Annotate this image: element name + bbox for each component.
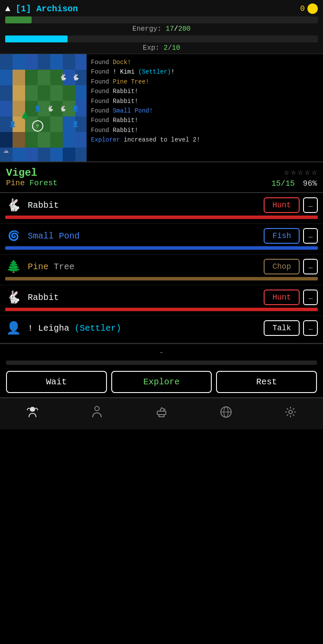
items-list: 🐇 Rabbit Hunt … 🌀 Small Pond Fish … bbox=[0, 193, 323, 343]
item-name-pond: Small Pond bbox=[28, 231, 80, 241]
item-bar-fill-2 bbox=[5, 308, 318, 311]
prog-current: 15 bbox=[271, 179, 281, 188]
svg-rect-45 bbox=[38, 148, 50, 161]
header-section: ▲ [1] Archison 0 Energy: 17/200 Exp: 2/1… bbox=[0, 0, 323, 54]
more-button-2[interactable]: … bbox=[303, 290, 318, 305]
more-button-1[interactable]: … bbox=[303, 197, 318, 213]
bottom-bar-bg bbox=[6, 361, 317, 365]
nav-settings[interactable] bbox=[280, 403, 301, 425]
player-name: Archison bbox=[36, 4, 78, 14]
fish-button[interactable]: Fish bbox=[264, 228, 300, 244]
log-line-5: Found Rabbit! bbox=[91, 97, 319, 106]
zone-pine: Pine bbox=[6, 179, 25, 187]
svg-text:🐇: 🐇 bbox=[59, 105, 67, 112]
star-3: ☆ bbox=[298, 167, 303, 177]
svg-rect-63 bbox=[159, 415, 164, 417]
nav-person[interactable] bbox=[86, 403, 108, 425]
energy-bar-fill bbox=[5, 16, 32, 23]
item-left-rabbit-2: 🐇 Rabbit bbox=[5, 290, 59, 305]
log-line-4: Found Rabbit! bbox=[91, 87, 319, 96]
energy-max: 200 bbox=[178, 25, 191, 33]
svg-text:🌲: 🌲 bbox=[21, 112, 29, 120]
svg-rect-17 bbox=[38, 85, 50, 101]
exp-current: 2 bbox=[164, 44, 168, 52]
log-line-3: Found Pine Tree! bbox=[91, 77, 319, 87]
nav-anvil[interactable] bbox=[151, 403, 172, 425]
log-line-1: Found Dock! bbox=[91, 58, 319, 67]
svg-text:👤: 👤 bbox=[9, 120, 16, 128]
log-line-8: Found Rabbit! bbox=[91, 126, 319, 135]
hunt-button-1[interactable]: Hunt bbox=[264, 197, 300, 213]
svg-rect-9 bbox=[25, 70, 38, 85]
collapse-arrow[interactable]: ▲ bbox=[5, 4, 10, 14]
bottom-buttons: Wait Explore Rest bbox=[6, 371, 317, 393]
more-button-pond[interactable]: … bbox=[303, 228, 318, 244]
svg-rect-32 bbox=[50, 116, 63, 132]
energy-current: 17 bbox=[166, 25, 174, 33]
rest-button[interactable]: Rest bbox=[216, 371, 317, 393]
svg-rect-16 bbox=[25, 85, 38, 101]
svg-rect-40 bbox=[63, 132, 75, 148]
wait-button[interactable]: Wait bbox=[6, 371, 107, 393]
nav-globe[interactable] bbox=[215, 403, 237, 425]
anvil-icon bbox=[155, 405, 168, 422]
svg-rect-8 bbox=[13, 70, 25, 85]
svg-text:👤: 👤 bbox=[72, 105, 79, 112]
exp-bar-bg bbox=[5, 35, 318, 42]
zone-forest: Forest bbox=[29, 179, 58, 187]
svg-rect-5 bbox=[63, 54, 75, 70]
exp-bar-fill bbox=[5, 35, 68, 42]
item-bar-bg-pond bbox=[5, 246, 318, 250]
item-buttons-rabbit-2: Hunt … bbox=[264, 290, 318, 305]
svg-rect-2 bbox=[25, 54, 38, 70]
svg-rect-18 bbox=[50, 85, 63, 101]
explore-button[interactable]: Explore bbox=[111, 371, 212, 393]
svg-rect-38 bbox=[38, 132, 50, 148]
svg-rect-41 bbox=[75, 132, 87, 148]
svg-rect-0 bbox=[0, 54, 13, 70]
location-progress: 15/15 96% bbox=[271, 179, 317, 188]
item-left-rabbit-1: 🐇 Rabbit bbox=[5, 198, 59, 213]
location-name: Vigel Pine Forest bbox=[6, 167, 58, 187]
location-zone: Pine Forest bbox=[6, 179, 58, 187]
item-row-rabbit-1: 🐇 Rabbit Hunt … bbox=[0, 193, 323, 224]
log-line-2: Found ! Kimi (Settler)! bbox=[91, 67, 319, 77]
prog-max: 15 bbox=[285, 179, 295, 188]
svg-rect-1 bbox=[13, 54, 25, 70]
hunt-button-2[interactable]: Hunt bbox=[264, 290, 300, 305]
svg-rect-37 bbox=[25, 132, 38, 148]
more-button-settler[interactable]: … bbox=[303, 320, 318, 336]
log-line-9: Explorer increased to level 2! bbox=[91, 135, 319, 145]
item-buttons-pine: Chop … bbox=[264, 259, 318, 274]
settings-icon bbox=[284, 405, 297, 422]
chop-button[interactable]: Chop bbox=[264, 259, 300, 274]
star-5: ☆ bbox=[312, 167, 317, 177]
item-name-settler: ! Leigha (Settler) bbox=[28, 323, 121, 333]
item-row-rabbit-2: 🐇 Rabbit Hunt … bbox=[0, 285, 323, 316]
character-icon bbox=[26, 405, 39, 422]
rabbit-icon-2: 🐇 bbox=[5, 290, 22, 305]
nav-character[interactable] bbox=[22, 403, 43, 425]
item-name-rabbit-2: Rabbit bbox=[28, 293, 59, 303]
exp-label: Exp: 2/10 bbox=[5, 44, 318, 52]
item-buttons-pond: Fish … bbox=[264, 228, 318, 244]
item-bar-fill-1 bbox=[5, 216, 318, 219]
map-svg: 🐇 🐇 🐇 🐇 👤 👤 👤 🌲 ? 👤 ⛰ bbox=[0, 54, 87, 161]
svg-text:🐇: 🐇 bbox=[59, 74, 67, 81]
stars-row: ☆ ☆ ☆ ☆ ☆ bbox=[284, 167, 317, 177]
map-log-section: 🐇 🐇 🐇 🐇 👤 👤 👤 🌲 ? 👤 ⛰ Found Dock! Found … bbox=[0, 54, 323, 162]
bottom-dash: - bbox=[6, 348, 317, 357]
item-buttons-rabbit-1: Hunt … bbox=[264, 197, 318, 213]
item-bar-bg-1 bbox=[5, 216, 318, 219]
svg-text:🐇: 🐇 bbox=[72, 74, 80, 81]
more-button-pine[interactable]: … bbox=[303, 259, 318, 274]
energy-bar-bg bbox=[5, 16, 318, 23]
coin-icon bbox=[307, 3, 318, 14]
talk-button[interactable]: Talk bbox=[264, 320, 300, 336]
log-area: Found Dock! Found ! Kimi (Settler)! Foun… bbox=[87, 54, 323, 161]
energy-text: Energy: bbox=[132, 25, 166, 33]
svg-rect-44 bbox=[25, 148, 38, 161]
bottom-actions: - Wait Explore Rest bbox=[0, 343, 323, 397]
svg-rect-62 bbox=[157, 411, 166, 415]
player-level: [1] bbox=[16, 4, 31, 14]
